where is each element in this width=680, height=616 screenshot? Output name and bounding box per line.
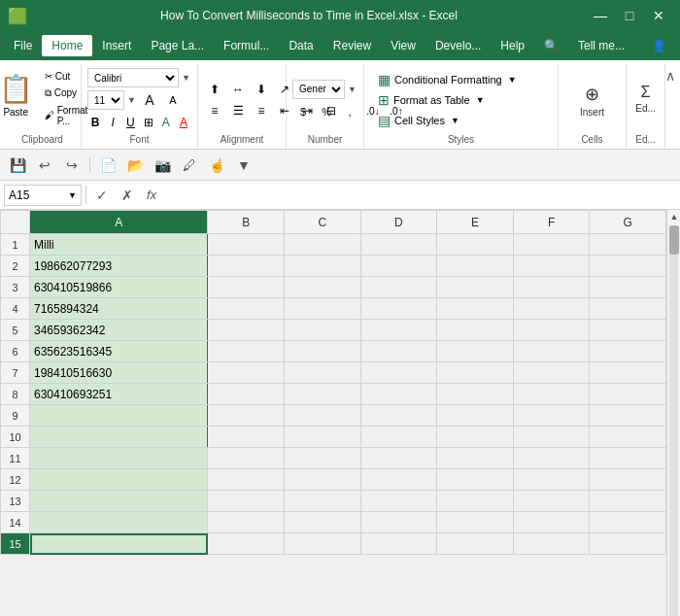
- cell-B6[interactable]: [208, 341, 285, 362]
- underline-button[interactable]: U: [122, 113, 138, 132]
- ribbon-collapse-button[interactable]: ∧: [665, 64, 676, 149]
- font-color-button[interactable]: A: [176, 113, 191, 132]
- cell-G6[interactable]: [590, 341, 666, 362]
- redo-button[interactable]: ↪: [60, 154, 84, 177]
- minimize-button[interactable]: —: [587, 2, 614, 29]
- cell-C9[interactable]: [284, 405, 360, 427]
- row-header-12[interactable]: 12: [1, 469, 30, 491]
- cell-G15[interactable]: [590, 533, 666, 555]
- maximize-button[interactable]: □: [616, 2, 643, 29]
- col-header-a[interactable]: A: [30, 211, 208, 234]
- conditional-formatting-button[interactable]: ▦ Conditional Formatting ▼: [370, 70, 525, 89]
- menu-home[interactable]: Home: [42, 35, 92, 56]
- cell-A13[interactable]: [30, 491, 208, 512]
- cell-styles-button[interactable]: ▤ Cell Styles ▼: [370, 111, 467, 130]
- vertical-scrollbar[interactable]: ▲ ▼: [666, 210, 680, 616]
- cell-C5[interactable]: [284, 320, 360, 341]
- currency-button[interactable]: $: [292, 102, 314, 121]
- cell-G10[interactable]: [590, 427, 666, 448]
- cell-B12[interactable]: [208, 469, 285, 491]
- align-middle-button[interactable]: ↔: [227, 80, 249, 99]
- menu-data[interactable]: Data: [279, 35, 323, 56]
- scroll-up-button[interactable]: ▲: [667, 210, 680, 223]
- cell-G8[interactable]: [590, 384, 666, 405]
- font-name-dropdown-icon[interactable]: ▼: [181, 73, 191, 83]
- cell-G5[interactable]: [590, 320, 666, 341]
- cell-G14[interactable]: [590, 512, 666, 533]
- cell-B5[interactable]: [208, 320, 285, 341]
- row-header-7[interactable]: 7: [1, 362, 30, 384]
- cell-D8[interactable]: [360, 384, 437, 405]
- cell-B13[interactable]: [208, 491, 285, 512]
- cell-C3[interactable]: [284, 277, 360, 298]
- cell-C2[interactable]: [284, 256, 360, 277]
- cell-C4[interactable]: [284, 298, 360, 320]
- cell-A14[interactable]: [30, 512, 208, 533]
- cell-F12[interactable]: [513, 469, 590, 491]
- cell-C8[interactable]: [284, 384, 360, 405]
- row-header-14[interactable]: 14: [1, 512, 30, 533]
- col-header-d[interactable]: D: [360, 211, 437, 234]
- name-box-dropdown-icon[interactable]: ▼: [68, 190, 77, 200]
- row-header-3[interactable]: 3: [1, 277, 30, 298]
- align-right-button[interactable]: ≡: [251, 101, 272, 120]
- formula-check-button[interactable]: ✓: [90, 184, 114, 207]
- cell-A7[interactable]: 198410516630: [30, 362, 208, 384]
- row-header-1[interactable]: 1: [1, 234, 30, 256]
- cell-F15[interactable]: [513, 533, 590, 555]
- cell-F3[interactable]: [513, 277, 590, 298]
- menu-tell-me[interactable]: Tell me...: [568, 35, 634, 56]
- cell-E13[interactable]: [437, 491, 514, 512]
- cell-A4[interactable]: 7165894324: [30, 298, 208, 320]
- cell-B11[interactable]: [208, 448, 285, 469]
- row-header-13[interactable]: 13: [1, 491, 30, 512]
- cell-A8[interactable]: 630410693251: [30, 384, 208, 405]
- cell-B7[interactable]: [208, 362, 285, 384]
- cell-B1[interactable]: [208, 234, 285, 256]
- cell-F14[interactable]: [513, 512, 590, 533]
- cell-C10[interactable]: [284, 427, 360, 448]
- bold-button[interactable]: B: [87, 113, 103, 132]
- share-icon[interactable]: 👤: [642, 35, 676, 56]
- cell-G2[interactable]: [590, 256, 666, 277]
- align-center-button[interactable]: ☰: [227, 101, 249, 120]
- fill-color-button[interactable]: A: [158, 113, 174, 132]
- row-header-2[interactable]: 2: [1, 256, 30, 277]
- undo-button[interactable]: ↩: [33, 154, 56, 177]
- row-header-5[interactable]: 5: [1, 320, 30, 341]
- cell-C15[interactable]: [284, 533, 360, 555]
- number-format-dropdown-icon[interactable]: ▼: [347, 85, 357, 94]
- cell-D11[interactable]: [360, 448, 437, 469]
- menu-page-layout[interactable]: Page La...: [141, 35, 214, 56]
- cell-B9[interactable]: [208, 405, 285, 427]
- cell-D7[interactable]: [360, 362, 437, 384]
- cell-D12[interactable]: [360, 469, 437, 491]
- font-size-select[interactable]: 11: [87, 90, 124, 110]
- menu-developer[interactable]: Develo...: [425, 35, 491, 56]
- snapshot-button[interactable]: 📷: [151, 154, 174, 177]
- cell-C6[interactable]: [284, 341, 360, 362]
- row-header-15[interactable]: 15: [1, 533, 30, 555]
- formula-input[interactable]: [164, 185, 676, 206]
- cell-F11[interactable]: [513, 448, 590, 469]
- editing-button[interactable]: Σ Ed...: [627, 80, 665, 118]
- cell-F5[interactable]: [513, 320, 590, 341]
- cell-E9[interactable]: [437, 405, 514, 427]
- cell-C13[interactable]: [284, 491, 360, 512]
- cell-F13[interactable]: [513, 491, 590, 512]
- col-header-b[interactable]: B: [208, 211, 285, 234]
- cell-F10[interactable]: [513, 427, 590, 448]
- cell-C1[interactable]: [284, 234, 360, 256]
- number-format-select[interactable]: General: [292, 80, 345, 99]
- percent-button[interactable]: %: [316, 102, 337, 121]
- cell-F2[interactable]: [513, 256, 590, 277]
- cell-E12[interactable]: [437, 469, 514, 491]
- cell-A10[interactable]: [30, 427, 208, 448]
- cell-B15[interactable]: [208, 533, 285, 555]
- align-top-button[interactable]: ⬆: [204, 80, 225, 99]
- close-button[interactable]: ✕: [645, 2, 672, 29]
- cell-E15[interactable]: [437, 533, 514, 555]
- italic-button[interactable]: I: [105, 113, 120, 132]
- cell-C11[interactable]: [284, 448, 360, 469]
- formula-cancel-button[interactable]: ✗: [116, 184, 139, 207]
